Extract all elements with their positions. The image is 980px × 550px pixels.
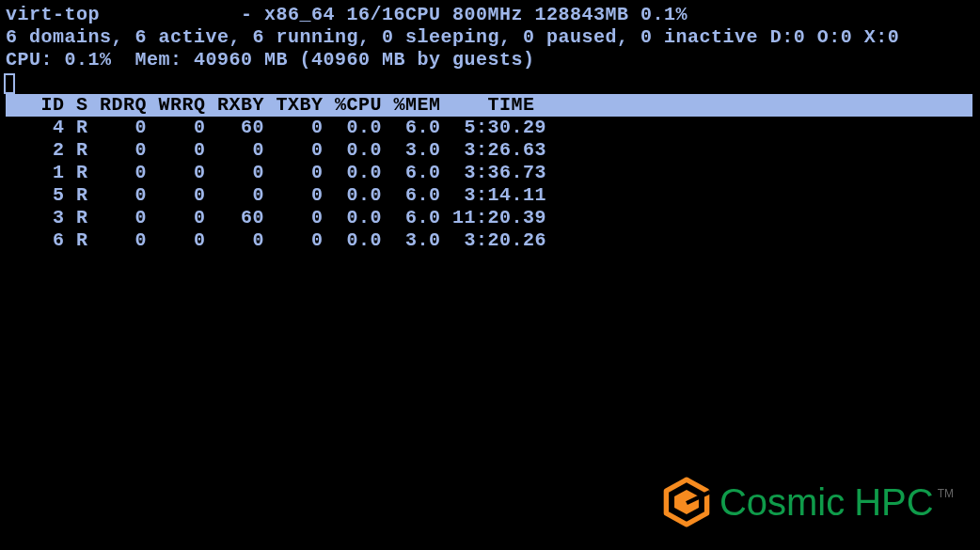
usage-line: CPU: 0.1% Mem: 40960 MB (40960 MB by gue… (6, 49, 980, 71)
trademark-icon: TM (938, 482, 954, 505)
cursor-icon (4, 73, 15, 94)
program-name: virt-top (6, 4, 100, 25)
table-row: 4 R 0 0 60 0 0.0 6.0 5:30.29 (6, 117, 980, 139)
brand-text: CosmicHPC (719, 491, 934, 513)
table-row: 3 R 0 0 60 0 0.0 6.0 11:20.39 (6, 207, 980, 229)
brand-logo: CosmicHPC TM (661, 477, 954, 527)
summary-line: 6 domains, 6 active, 6 running, 0 sleepi… (6, 26, 980, 49)
terminal-screen: virt-top - x86_64 16/16CPU 800MHz 128843… (0, 0, 980, 550)
sys-info: - x86_64 16/16CPU 800MHz 128843MB 0.1% (241, 4, 688, 25)
table-row: 6 R 0 0 0 0 0.0 3.0 3:20.26 (6, 229, 980, 252)
table-row: 2 R 0 0 0 0 0.0 3.0 3:26.63 (6, 139, 980, 162)
table-header: ID S RDRQ WRRQ RXBY TXBY %CPU %MEM TIME (6, 94, 972, 117)
process-table: 4 R 0 0 60 0 0.0 6.0 5:30.29 2 R 0 0 0 0… (6, 117, 980, 252)
hexagon-icon (661, 477, 712, 527)
table-row: 1 R 0 0 0 0 0.0 6.0 3:36.73 (6, 162, 980, 184)
cursor-line (6, 71, 980, 94)
title-line: virt-top - x86_64 16/16CPU 800MHz 128843… (6, 4, 980, 26)
brand-word: Cosmic (719, 481, 845, 523)
brand-suffix: HPC (854, 481, 933, 523)
table-row: 5 R 0 0 0 0 0.0 6.0 3:14.11 (6, 184, 980, 207)
